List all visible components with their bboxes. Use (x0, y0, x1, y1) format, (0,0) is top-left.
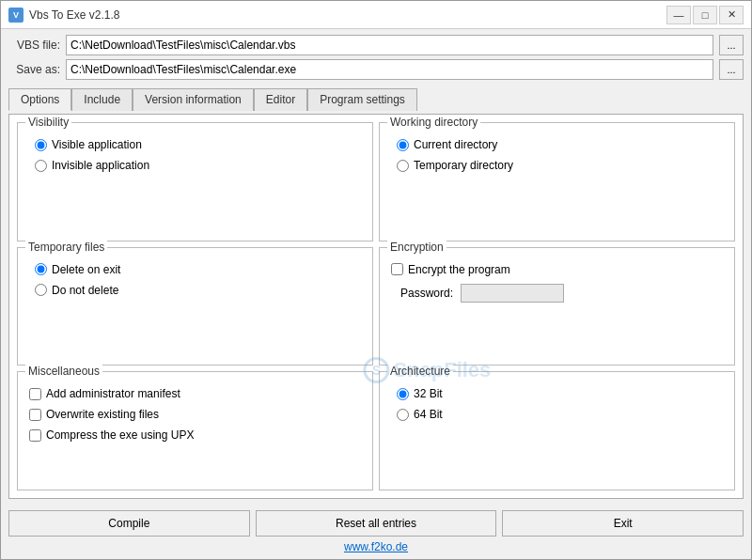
current-dir-radio[interactable] (397, 139, 409, 151)
save-as-label: Save as: (8, 63, 60, 76)
invisible-app-label: Invisible application (52, 159, 149, 172)
action-buttons: Compile Reset all entries Exit (8, 510, 744, 537)
app-icon: V (8, 8, 24, 23)
overwrite-option[interactable]: Overwrite existing files (29, 408, 365, 421)
minimize-button[interactable]: — (666, 6, 691, 24)
temp-files-radio-group: Delete on exit Do not delete (25, 256, 365, 297)
password-input[interactable] (461, 284, 564, 303)
64bit-label: 64 Bit (414, 408, 443, 421)
temporary-files-panel: Temporary files Delete on exit Do not de… (17, 247, 373, 366)
password-row: Password: (387, 284, 727, 303)
architecture-panel: Architecture 32 Bit 64 Bit (379, 371, 735, 490)
miscellaneous-panel: Miscellaneous Add administrator manifest… (17, 371, 373, 490)
tab-program-settings[interactable]: Program settings (307, 88, 417, 111)
64bit-option[interactable]: 64 Bit (397, 408, 727, 421)
delete-on-exit-option[interactable]: Delete on exit (35, 263, 365, 276)
visibility-title: Visibility (25, 116, 71, 129)
close-button[interactable]: ✕ (719, 6, 744, 24)
vbs-file-row: VBS file: ... (8, 35, 744, 55)
overwrite-checkbox[interactable] (29, 409, 41, 421)
main-content: VBS file: ... Save as: ... Options Inclu… (1, 29, 751, 505)
do-not-delete-option[interactable]: Do not delete (35, 284, 365, 297)
working-directory-title: Working directory (387, 116, 480, 129)
save-as-input[interactable] (66, 59, 713, 80)
current-dir-label: Current directory (414, 138, 497, 151)
working-directory-panel: Working directory Current directory Temp… (379, 122, 735, 241)
tab-version-information[interactable]: Version information (133, 88, 254, 111)
window-controls: — □ ✕ (666, 6, 744, 24)
overwrite-label: Overwrite existing files (46, 408, 159, 421)
32bit-label: 32 Bit (414, 387, 443, 400)
tab-include[interactable]: Include (71, 88, 133, 111)
website-link[interactable]: www.f2ko.de (344, 540, 408, 553)
compress-upx-label: Compress the exe using UPX (46, 428, 194, 442)
footer: www.f2ko.de (8, 540, 744, 557)
do-not-delete-label: Do not delete (52, 284, 118, 297)
visible-app-label: Visible application (52, 138, 142, 151)
encrypt-checkbox-row: Encrypt the program (387, 263, 727, 276)
64bit-radio[interactable] (397, 409, 409, 421)
vbs-browse-button[interactable]: ... (719, 35, 744, 55)
delete-on-exit-radio[interactable] (35, 263, 47, 275)
misc-checkbox-group: Add administrator manifest Overwrite exi… (25, 380, 365, 442)
maximize-button[interactable]: □ (693, 6, 717, 24)
encryption-panel: Encryption Encrypt the program Password: (379, 247, 735, 366)
options-panels: Visibility Visible application Invisible… (17, 122, 735, 490)
tab-content-options: Visibility Visible application Invisible… (8, 114, 744, 499)
admin-manifest-checkbox[interactable] (29, 388, 41, 400)
encryption-title: Encryption (387, 241, 446, 254)
do-not-delete-radio[interactable] (35, 284, 47, 296)
invisible-app-option[interactable]: Invisible application (35, 159, 365, 172)
32bit-option[interactable]: 32 Bit (397, 387, 727, 400)
main-window: V Vbs To Exe v2.1.8 — □ ✕ VBS file: ... … (0, 0, 752, 560)
visible-app-radio[interactable] (35, 139, 47, 151)
exit-button[interactable]: Exit (502, 510, 744, 537)
vbs-file-label: VBS file: (8, 39, 60, 52)
visible-app-option[interactable]: Visible application (35, 138, 365, 151)
miscellaneous-title: Miscellaneous (25, 365, 102, 378)
invisible-app-radio[interactable] (35, 160, 47, 172)
32bit-radio[interactable] (397, 388, 409, 400)
reset-button[interactable]: Reset all entries (256, 510, 497, 537)
temp-dir-radio[interactable] (397, 160, 409, 172)
visibility-panel: Visibility Visible application Invisible… (17, 122, 373, 241)
window-title: Vbs To Exe v2.1.8 (29, 8, 666, 22)
vbs-file-input[interactable] (66, 35, 713, 55)
tab-bar: Options Include Version information Edit… (8, 87, 744, 110)
save-as-row: Save as: ... (8, 59, 744, 80)
encrypt-checkbox[interactable] (391, 263, 403, 275)
temporary-files-title: Temporary files (25, 241, 107, 254)
encrypt-label: Encrypt the program (408, 263, 510, 276)
bottom-bar: Compile Reset all entries Exit www.f2ko.… (1, 505, 751, 559)
temp-dir-label: Temporary directory (414, 159, 513, 172)
architecture-title: Architecture (387, 365, 453, 378)
delete-on-exit-label: Delete on exit (52, 263, 120, 276)
title-bar: V Vbs To Exe v2.1.8 — □ ✕ (1, 1, 751, 29)
save-browse-button[interactable]: ... (719, 59, 744, 80)
compile-button[interactable]: Compile (8, 510, 250, 537)
compress-upx-option[interactable]: Compress the exe using UPX (29, 428, 365, 442)
visibility-radio-group: Visible application Invisible applicatio… (25, 131, 365, 172)
working-directory-radio-group: Current directory Temporary directory (387, 131, 727, 172)
compress-upx-checkbox[interactable] (29, 429, 41, 442)
tab-options[interactable]: Options (8, 88, 71, 111)
architecture-radio-group: 32 Bit 64 Bit (387, 380, 727, 421)
current-dir-option[interactable]: Current directory (397, 138, 727, 151)
admin-manifest-label: Add administrator manifest (46, 387, 180, 400)
password-label: Password: (400, 287, 453, 300)
admin-manifest-option[interactable]: Add administrator manifest (29, 387, 365, 400)
temp-dir-option[interactable]: Temporary directory (397, 159, 727, 172)
tab-editor[interactable]: Editor (254, 88, 307, 111)
